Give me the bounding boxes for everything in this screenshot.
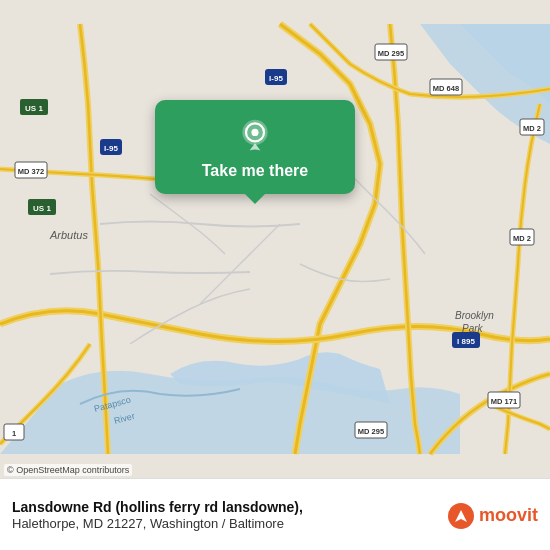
moovit-icon [447,502,475,530]
map-background: I-95 I-95 US 1 US 1 MD 372 MD 295 MD 648… [0,0,550,478]
svg-text:MD 2: MD 2 [513,234,531,243]
svg-text:MD 372: MD 372 [18,167,44,176]
take-me-there-button[interactable]: Take me there [202,162,308,180]
svg-text:US 1: US 1 [25,104,43,113]
map-area: I-95 I-95 US 1 US 1 MD 372 MD 295 MD 648… [0,0,550,478]
svg-text:MD 295: MD 295 [378,49,404,58]
navigation-popup[interactable]: Take me there [155,100,355,194]
info-bar: Lansdowne Rd (hollins ferry rd lansdowne… [0,478,550,550]
svg-text:1: 1 [12,429,16,438]
map-attribution: © OpenStreetMap contributors [4,464,132,476]
svg-text:MD 171: MD 171 [491,397,517,406]
moovit-logo: moovit [447,502,538,530]
svg-text:I-95: I-95 [269,74,283,83]
svg-text:I-95: I-95 [104,144,118,153]
svg-text:MD 295: MD 295 [358,427,384,436]
address-block: Lansdowne Rd (hollins ferry rd lansdowne… [12,498,435,533]
brand-name: moovit [479,505,538,526]
svg-point-34 [251,129,258,136]
svg-text:MD 2: MD 2 [523,124,541,133]
svg-text:US 1: US 1 [33,204,51,213]
svg-text:Arbutus: Arbutus [49,229,88,241]
address-main: Lansdowne Rd (hollins ferry rd lansdowne… [12,498,435,516]
svg-text:MD 648: MD 648 [433,84,459,93]
svg-text:Brooklyn: Brooklyn [455,310,494,321]
app-container: I-95 I-95 US 1 US 1 MD 372 MD 295 MD 648… [0,0,550,550]
location-pin-icon [237,118,273,154]
svg-text:I 895: I 895 [457,337,475,346]
svg-text:Park: Park [462,323,484,334]
address-sub: Halethorpe, MD 21227, Washington / Balti… [12,516,435,533]
